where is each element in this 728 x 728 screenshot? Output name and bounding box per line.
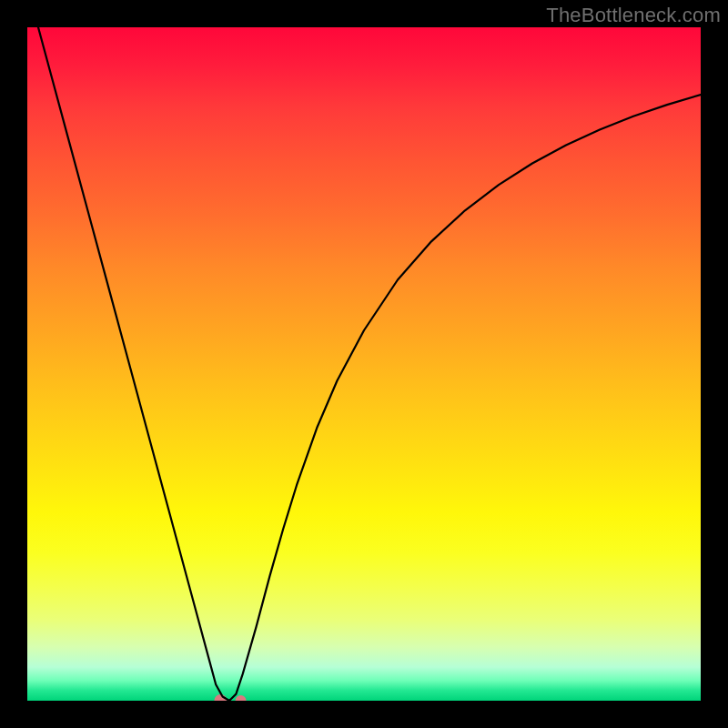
marker-dot-icon [236, 695, 247, 701]
watermark-label: TheBottleneck.com [546, 4, 721, 27]
chart-frame: TheBottleneck.com [0, 0, 728, 728]
bottleneck-curve-path [27, 27, 701, 701]
plot-area [27, 27, 701, 701]
chart-svg [27, 27, 701, 701]
